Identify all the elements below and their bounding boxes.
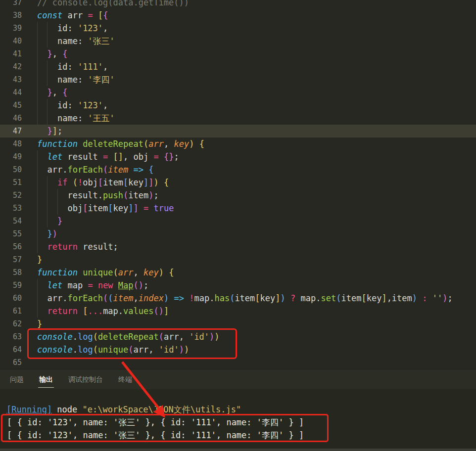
panel-tab-debug-console[interactable]: 调试控制台 bbox=[67, 369, 104, 387]
code-text: id: '111', bbox=[37, 60, 476, 73]
code-text: function unique(arr, key) { bbox=[37, 266, 476, 279]
code-line[interactable]: 58function unique(arr, key) { bbox=[0, 266, 476, 279]
code-line[interactable]: 50 arr.forEach(item => { bbox=[0, 163, 476, 176]
code-line[interactable]: 61 return [...map.values()] bbox=[0, 305, 476, 317]
line-number[interactable]: 48 bbox=[0, 137, 22, 150]
code-text: arr.forEach(item => { bbox=[37, 163, 476, 176]
line-number[interactable]: 54 bbox=[0, 215, 22, 227]
code-text: const arr = [{ bbox=[37, 9, 476, 22]
code-line[interactable]: 55 }) bbox=[0, 227, 476, 240]
indent-guide bbox=[37, 35, 38, 47]
code-text: arr.forEach((item,index) => !map.has(ite… bbox=[37, 292, 476, 305]
indent-guide bbox=[37, 279, 38, 292]
code-line[interactable]: 41 }, { bbox=[0, 47, 476, 60]
line-number[interactable]: 50 bbox=[0, 163, 22, 176]
indent-guide bbox=[37, 150, 38, 163]
code-text: id: '123', bbox=[37, 99, 476, 112]
line-number[interactable]: 59 bbox=[0, 279, 22, 292]
code-line[interactable]: 47 }]; bbox=[0, 125, 476, 137]
code-line[interactable]: 57} bbox=[0, 253, 476, 266]
indent-guide bbox=[37, 215, 38, 227]
line-number[interactable]: 61 bbox=[0, 305, 22, 317]
line-number[interactable]: 60 bbox=[0, 292, 22, 305]
line-number[interactable]: 63 bbox=[0, 330, 22, 343]
line-number[interactable]: 42 bbox=[0, 60, 22, 73]
line-number[interactable]: 49 bbox=[0, 150, 22, 163]
indent-guide bbox=[47, 35, 48, 47]
panel-tab-terminal[interactable]: 终端 bbox=[117, 369, 133, 387]
line-number[interactable]: 37 bbox=[0, 0, 22, 9]
code-line[interactable]: 59 let map = new Map(); bbox=[0, 279, 476, 292]
code-line[interactable]: 60 arr.forEach((item,index) => !map.has(… bbox=[0, 292, 476, 305]
code-text: }]; bbox=[37, 125, 476, 137]
code-text: obj[item[key]] = true bbox=[37, 202, 476, 215]
code-line[interactable]: 42 id: '111', bbox=[0, 60, 476, 73]
indent-guide bbox=[47, 60, 48, 73]
horizontal-scrollbar[interactable] bbox=[0, 449, 476, 451]
line-number[interactable]: 55 bbox=[0, 227, 22, 240]
code-text: }, { bbox=[37, 86, 476, 99]
line-number[interactable]: 43 bbox=[0, 73, 22, 86]
indent-guide bbox=[37, 189, 38, 202]
indent-guide bbox=[37, 86, 38, 99]
line-number[interactable]: 52 bbox=[0, 189, 22, 202]
line-number[interactable]: 40 bbox=[0, 35, 22, 47]
line-number[interactable]: 44 bbox=[0, 86, 22, 99]
line-number[interactable]: 45 bbox=[0, 99, 22, 112]
code-line[interactable]: 46 name: '王五' bbox=[0, 112, 476, 125]
indent-guide bbox=[37, 176, 38, 189]
indent-guide bbox=[37, 60, 38, 73]
indent-guide bbox=[47, 73, 48, 86]
line-number[interactable]: 56 bbox=[0, 240, 22, 253]
code-text: let result = [], obj = {}; bbox=[37, 150, 476, 163]
code-line[interactable]: 56 return result; bbox=[0, 240, 476, 253]
code-line[interactable]: 44 }, { bbox=[0, 86, 476, 99]
code-line[interactable]: 45 id: '123', bbox=[0, 99, 476, 112]
code-text: }) bbox=[37, 227, 476, 240]
code-line[interactable]: 38const arr = [{ bbox=[0, 9, 476, 22]
running-file-path: "e:\workSpace\JSON文件\utils.js" bbox=[83, 405, 241, 414]
line-number[interactable]: 65 bbox=[0, 356, 22, 369]
code-line[interactable]: 49 let result = [], obj = {}; bbox=[0, 150, 476, 163]
code-text: name: '王五' bbox=[37, 112, 476, 125]
code-line[interactable]: 48function deleteRepeat(arr, key) { bbox=[0, 137, 476, 150]
code-line[interactable]: 51 if (!obj[item[key]]) { bbox=[0, 176, 476, 189]
line-number[interactable]: 62 bbox=[0, 317, 22, 330]
indent-guide bbox=[37, 47, 38, 60]
running-badge: [Running] bbox=[6, 405, 52, 414]
line-number[interactable]: 38 bbox=[0, 9, 22, 22]
line-number[interactable]: 53 bbox=[0, 202, 22, 215]
code-text: } bbox=[37, 253, 476, 266]
code-line[interactable]: 39 id: '123', bbox=[0, 22, 476, 35]
code-line[interactable]: 54 } bbox=[0, 215, 476, 227]
indent-guide bbox=[37, 227, 38, 240]
running-command: node bbox=[52, 405, 82, 414]
line-number[interactable]: 58 bbox=[0, 266, 22, 279]
code-text: return [...map.values()] bbox=[37, 305, 476, 317]
code-line[interactable]: 43 name: '李四' bbox=[0, 73, 476, 86]
line-number[interactable]: 46 bbox=[0, 112, 22, 125]
code-line[interactable]: 52 result.push(item); bbox=[0, 189, 476, 202]
line-number[interactable]: 57 bbox=[0, 253, 22, 266]
code-text: id: '123', bbox=[37, 22, 476, 35]
indent-guide bbox=[47, 176, 48, 189]
code-text: result.push(item); bbox=[37, 189, 476, 202]
output-annotation-box: [ { id: '123', name: '张三' }, { id: '111'… bbox=[1, 414, 329, 442]
line-number[interactable]: 41 bbox=[0, 47, 22, 60]
panel-tab-output[interactable]: 输出 bbox=[38, 369, 54, 388]
code-line[interactable]: 37// console.log(data.getTime()) bbox=[0, 0, 476, 9]
line-number[interactable]: 51 bbox=[0, 176, 22, 189]
code-editor[interactable]: 37// console.log(data.getTime())38const … bbox=[0, 0, 476, 369]
indent-guide bbox=[37, 99, 38, 112]
line-number[interactable]: 47 bbox=[0, 125, 22, 137]
running-line: [Running] node "e:\workSpace\JSON文件\util… bbox=[6, 404, 241, 415]
code-text: return result; bbox=[37, 240, 476, 253]
line-number[interactable]: 64 bbox=[0, 343, 22, 356]
line-number[interactable]: 39 bbox=[0, 22, 22, 35]
code-line[interactable]: 40 name: '张三' bbox=[0, 35, 476, 47]
indent-guide bbox=[47, 112, 48, 125]
code-text: name: '张三' bbox=[37, 35, 476, 47]
code-line[interactable]: 53 obj[item[key]] = true bbox=[0, 202, 476, 215]
indent-guide bbox=[37, 73, 38, 86]
panel-tab-problems[interactable]: 问题 bbox=[9, 369, 25, 387]
